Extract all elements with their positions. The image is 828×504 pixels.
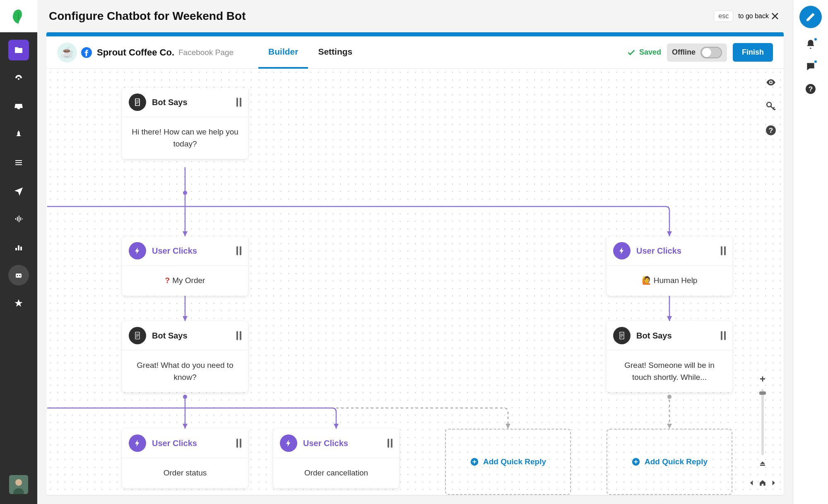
- plus-circle-icon: [470, 457, 479, 466]
- preview-button[interactable]: [765, 76, 777, 89]
- canvas-toolbar: ?: [765, 76, 777, 137]
- node-bot-says-1[interactable]: Bot Says Hi there! How can we help you t…: [122, 88, 248, 159]
- document-icon: [129, 94, 146, 111]
- drag-handle-icon[interactable]: [721, 246, 726, 255]
- nav-star[interactable]: [8, 293, 29, 314]
- nav-chart[interactable]: [8, 237, 29, 257]
- key-icon: [765, 101, 776, 112]
- svg-marker-19: [667, 424, 672, 429]
- messages-button[interactable]: [804, 60, 817, 73]
- help-button[interactable]: ?: [765, 124, 777, 137]
- svg-point-25: [770, 82, 772, 83]
- svg-marker-9: [667, 231, 672, 236]
- page-type-label: Facebook Page: [178, 48, 233, 57]
- svg-point-14: [183, 395, 187, 399]
- chevron-right-icon[interactable]: [770, 479, 777, 487]
- checkmark-icon: [627, 48, 636, 57]
- user-avatar[interactable]: [9, 475, 28, 494]
- page-header: Configure Chatbot for Weekend Bot esc to…: [37, 0, 793, 32]
- svg-point-18: [667, 395, 672, 399]
- sidebar-left: [0, 0, 37, 504]
- chevron-left-icon[interactable]: [748, 479, 756, 487]
- node-bot-says-3[interactable]: Bot Says Great! Someone will be in touch…: [607, 321, 732, 392]
- nav-bot[interactable]: [8, 265, 29, 286]
- plus-circle-icon: [631, 457, 640, 466]
- svg-point-2: [17, 275, 18, 276]
- svg-marker-11: [183, 316, 188, 321]
- facebook-icon: [81, 47, 92, 58]
- bolt-icon: [280, 434, 297, 452]
- svg-marker-13: [667, 316, 672, 321]
- svg-point-5: [15, 479, 22, 486]
- svg-point-0: [18, 78, 19, 80]
- drag-handle-icon[interactable]: [236, 246, 241, 255]
- bolt-icon: [129, 242, 146, 259]
- finish-button[interactable]: Finish: [733, 43, 773, 62]
- notifications-button[interactable]: [804, 38, 817, 50]
- keywords-button[interactable]: [765, 100, 777, 113]
- logo[interactable]: [0, 0, 37, 32]
- company-name: Sprout Coffee Co.: [97, 47, 174, 58]
- nav-send[interactable]: [8, 180, 29, 201]
- svg-marker-8: [183, 231, 188, 236]
- node-user-clicks-order-status[interactable]: User Clicks Order status: [122, 429, 248, 488]
- tab-settings[interactable]: Settings: [308, 36, 362, 69]
- bolt-icon: [613, 242, 631, 259]
- chevron-up-icon[interactable]: [759, 459, 766, 467]
- svg-rect-1: [16, 274, 22, 278]
- nav-folder[interactable]: [8, 40, 29, 60]
- sidebar-right: ?: [793, 0, 828, 504]
- node-user-clicks-order-cancellation[interactable]: User Clicks Order cancellation: [273, 429, 399, 488]
- drag-handle-icon[interactable]: [236, 439, 241, 448]
- svg-text:?: ?: [809, 85, 813, 93]
- nav-inbox[interactable]: [8, 96, 29, 117]
- close-button[interactable]: [769, 10, 781, 22]
- help-button-right[interactable]: ?: [804, 83, 817, 95]
- compose-button[interactable]: [799, 6, 822, 28]
- nav-list[interactable]: [8, 152, 29, 173]
- add-quick-reply-button[interactable]: Add Quick Reply: [607, 429, 732, 495]
- add-quick-reply-button[interactable]: Add Quick Reply: [445, 429, 571, 495]
- nav-audio[interactable]: [8, 209, 29, 229]
- goback-hint: to go back: [738, 12, 769, 20]
- svg-marker-17: [505, 424, 510, 429]
- page-title: Configure Chatbot for Weekend Bot: [49, 10, 714, 23]
- esc-key-hint: esc: [714, 10, 733, 22]
- svg-marker-16: [334, 424, 339, 429]
- zoom-slider[interactable]: [761, 389, 764, 455]
- builder-header: ☕ Sprout Coffee Co. Facebook Page Builde…: [46, 36, 784, 69]
- drag-handle-icon[interactable]: [236, 331, 241, 340]
- node-bot-says-2[interactable]: Bot Says Great! What do you need to know…: [122, 321, 248, 392]
- node-user-clicks-my-order[interactable]: User Clicks ?My Order: [122, 236, 248, 296]
- question-circle-icon: ?: [805, 84, 816, 94]
- compose-icon: [805, 12, 816, 22]
- drag-handle-icon[interactable]: [721, 331, 726, 340]
- offline-toggle-group: Offline: [667, 43, 727, 62]
- question-circle-icon: ?: [765, 125, 776, 136]
- online-toggle[interactable]: [700, 47, 722, 58]
- close-icon: [770, 11, 780, 21]
- zoom-in-button[interactable]: +: [757, 373, 768, 385]
- svg-marker-15: [183, 424, 188, 429]
- offline-label: Offline: [672, 48, 696, 57]
- profile-cup-icon: ☕: [57, 43, 77, 62]
- builder-canvas[interactable]: Bot Says Hi there! How can we help you t…: [46, 69, 784, 495]
- nav-gauge[interactable]: [8, 68, 29, 89]
- svg-point-3: [19, 275, 21, 276]
- eye-icon: [765, 77, 776, 88]
- saved-status: Saved: [627, 48, 661, 57]
- node-user-clicks-human-help[interactable]: User Clicks 🙋 Human Help: [607, 236, 732, 296]
- drag-handle-icon[interactable]: [388, 439, 392, 448]
- nav-pin[interactable]: [8, 124, 29, 145]
- drag-handle-icon[interactable]: [236, 98, 241, 107]
- svg-point-7: [183, 191, 187, 195]
- svg-text:?: ?: [769, 126, 773, 134]
- zoom-controls: + −: [748, 373, 777, 487]
- home-icon[interactable]: [759, 479, 766, 487]
- bolt-icon: [129, 434, 146, 452]
- tab-builder[interactable]: Builder: [258, 36, 308, 69]
